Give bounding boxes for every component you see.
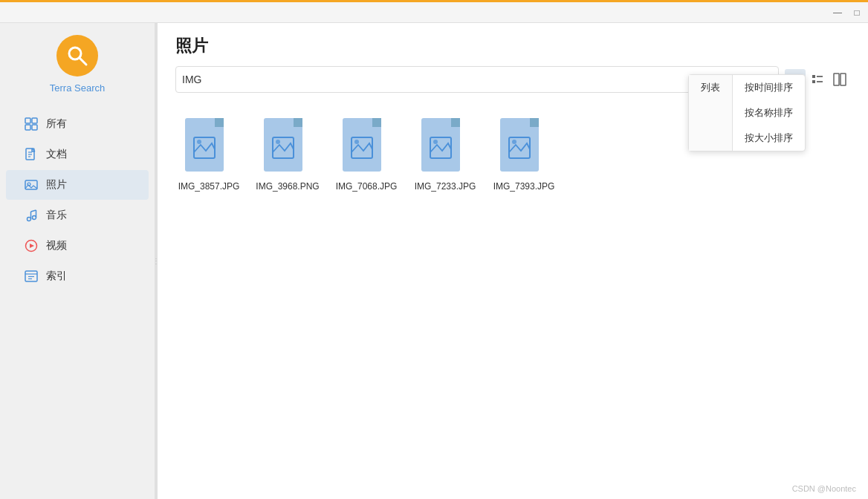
music-icon <box>24 208 39 223</box>
svg-point-60 <box>512 140 516 144</box>
svg-point-50 <box>354 140 359 144</box>
svg-marker-19 <box>30 244 34 248</box>
detail-view-button[interactable] <box>807 69 828 90</box>
file-icon <box>340 117 393 176</box>
grid-view-button[interactable] <box>829 69 850 90</box>
dropdown-wrapper: 列表 按时间排序 按名称排序 按大小排序 <box>689 75 805 151</box>
svg-point-55 <box>433 140 438 144</box>
all-icon <box>24 117 39 131</box>
file-name: IMG_3968.PNG <box>256 180 319 193</box>
search-logo-icon <box>65 44 89 68</box>
sort-dropdown: 列表 按时间排序 按名称排序 按大小排序 <box>688 74 806 151</box>
sidebar-item-photos[interactable]: 照片 <box>6 170 149 200</box>
sidebar-item-photos-label: 照片 <box>46 178 67 192</box>
sidebar-item-index-label: 索引 <box>46 270 67 283</box>
sidebar-item-index[interactable]: 索引 <box>6 261 149 291</box>
file-name: IMG_3857.JPG <box>178 180 240 193</box>
file-item[interactable]: IMG_7233.JPG <box>412 117 479 193</box>
svg-rect-2 <box>25 118 30 123</box>
sidebar-item-video[interactable]: 视频 <box>6 231 149 261</box>
file-item[interactable]: IMG_3968.PNG <box>254 117 321 193</box>
titlebar: — □ <box>0 2 868 23</box>
svg-rect-29 <box>812 75 815 78</box>
svg-line-1 <box>80 58 86 65</box>
app-title-label: Terra Search <box>50 82 105 94</box>
sidebar-item-video-label: 视频 <box>46 239 67 252</box>
svg-rect-33 <box>834 74 839 85</box>
svg-line-17 <box>31 210 36 212</box>
file-icon <box>497 117 551 176</box>
sidebar-item-all-label: 所有 <box>46 117 67 131</box>
photo-icon <box>24 177 39 192</box>
minimize-button[interactable]: — <box>832 7 843 18</box>
svg-point-45 <box>276 140 280 144</box>
file-name: IMG_7233.JPG <box>415 180 476 193</box>
svg-rect-53 <box>451 118 460 127</box>
sort-by-time[interactable]: 按时间排序 <box>733 75 805 100</box>
sidebar-item-documents[interactable]: 文档 <box>6 140 149 169</box>
svg-rect-31 <box>812 80 815 83</box>
sort-by-name[interactable]: 按名称排序 <box>733 100 805 125</box>
detail-view-icon <box>811 73 824 86</box>
svg-rect-37 <box>215 118 224 127</box>
svg-rect-4 <box>25 125 30 130</box>
watermark: CSDN @Noontec <box>792 484 856 493</box>
svg-point-40 <box>197 140 201 144</box>
grid-view-icon <box>833 73 846 86</box>
app-logo <box>56 35 98 76</box>
file-item[interactable]: IMG_7393.JPG <box>490 117 557 193</box>
sidebar: Terra Search 所有 <box>0 23 155 499</box>
doc-icon <box>24 147 39 162</box>
sidebar-item-music[interactable]: 音乐 <box>6 200 149 230</box>
sort-by-size[interactable]: 按大小排序 <box>733 125 805 151</box>
dropdown-section: 按时间排序 按名称排序 按大小排序 <box>733 75 805 151</box>
sidebar-item-documents-label: 文档 <box>46 148 67 161</box>
file-icon <box>261 117 314 176</box>
file-item[interactable]: IMG_7068.JPG <box>333 117 400 193</box>
file-item[interactable]: IMG_3857.JPG <box>175 117 242 193</box>
maximize-button[interactable]: □ <box>852 7 862 18</box>
dropdown-label: 列表 <box>689 75 733 151</box>
page-title: 照片 <box>175 35 850 57</box>
svg-rect-34 <box>841 74 846 85</box>
file-icon <box>418 117 472 176</box>
svg-rect-48 <box>372 118 381 127</box>
svg-rect-58 <box>530 118 539 127</box>
file-icon <box>182 117 236 176</box>
sidebar-item-all[interactable]: 所有 <box>6 109 149 139</box>
svg-rect-43 <box>294 118 302 127</box>
svg-rect-5 <box>32 125 37 130</box>
file-name: IMG_7068.JPG <box>336 180 398 193</box>
index-icon <box>24 269 39 284</box>
svg-rect-3 <box>32 118 37 123</box>
sidebar-item-music-label: 音乐 <box>46 209 67 222</box>
file-name: IMG_7393.JPG <box>493 180 555 193</box>
video-icon <box>24 238 39 253</box>
nav-list: 所有 文档 <box>0 108 155 292</box>
search-input[interactable] <box>182 74 728 85</box>
content-area: 照片 <box>158 23 868 499</box>
